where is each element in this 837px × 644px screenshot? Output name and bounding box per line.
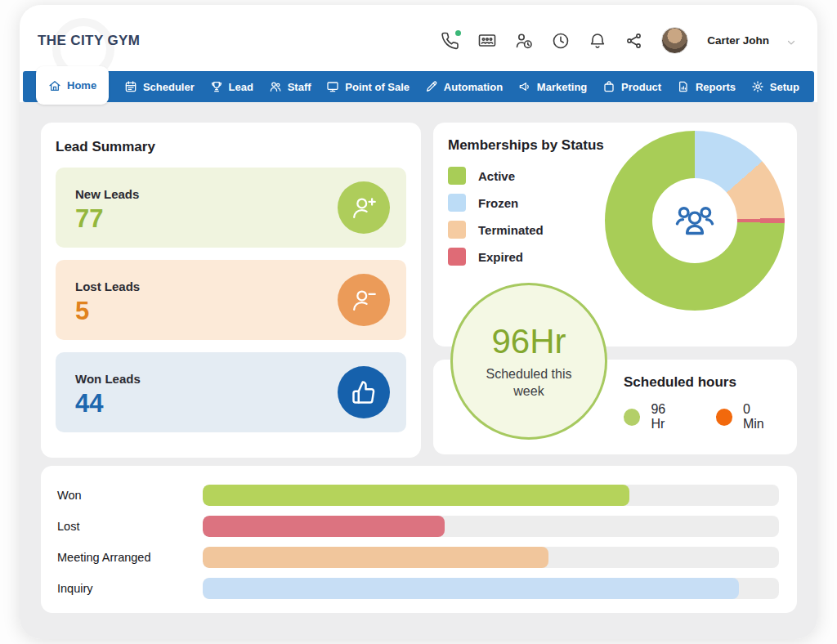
- lost-bar: [203, 516, 445, 537]
- thumbs-up-icon: [338, 366, 390, 418]
- frozen-swatch: [448, 194, 466, 212]
- tab-setup[interactable]: Setup: [751, 80, 799, 93]
- scheduled-week-value: 96Hr: [491, 322, 566, 361]
- package-icon: [602, 80, 615, 93]
- memberships-donut: [605, 131, 785, 311]
- tab-scheduler[interactable]: Scheduler: [124, 80, 195, 93]
- inquiry-bar-track: [203, 578, 779, 599]
- active-swatch: [448, 167, 466, 185]
- header: THE CITY GYM Carter John: [20, 5, 817, 71]
- meeting-arranged-bar-track: [203, 547, 779, 568]
- tab-reports[interactable]: Reports: [677, 80, 736, 93]
- pencil-icon: [425, 80, 438, 93]
- user-clock-icon[interactable]: [514, 31, 534, 51]
- brand-logo: THE CITY GYM: [38, 33, 140, 49]
- scheduled-hours-title: Scheduled hours: [624, 374, 797, 391]
- tab-marketing[interactable]: Marketing: [518, 80, 587, 93]
- lost-leads-tile[interactable]: Lost Leads 5: [56, 260, 406, 340]
- home-icon: [48, 79, 61, 92]
- won-bar: [203, 485, 629, 506]
- bar-row-won: Won: [57, 480, 779, 511]
- online-status-dot: [455, 30, 461, 36]
- megaphone-icon: [518, 80, 531, 93]
- tab-point-of-sale[interactable]: Point of Sale: [326, 80, 410, 93]
- main-nav: Home Scheduler Lead Staff Point of Sale …: [23, 71, 814, 102]
- person-minus-icon: [338, 274, 390, 326]
- minutes-dot: [716, 409, 732, 426]
- clock-icon[interactable]: [551, 31, 571, 51]
- people-icon: [269, 80, 282, 93]
- bar-row-meeting-arranged: Meeting Arranged: [57, 542, 779, 573]
- legend-item-terminated: Terminated: [448, 221, 587, 239]
- expired-swatch: [448, 248, 466, 266]
- tab-staff[interactable]: Staff: [269, 80, 311, 93]
- report-icon: [677, 80, 690, 93]
- chevron-down-icon[interactable]: [786, 36, 796, 46]
- hours-dot: [624, 409, 640, 426]
- won-bar-track: [203, 485, 779, 506]
- lead-summary-card: Lead Summary New Leads 77 Lost Leads 5 W…: [41, 123, 421, 458]
- legend-item-expired: Expired: [448, 248, 587, 266]
- share-icon[interactable]: [624, 31, 644, 51]
- calendar-icon: [124, 80, 137, 93]
- lost-bar-track: [203, 516, 779, 537]
- header-actions: Carter John: [441, 27, 796, 54]
- bar-row-lost: Lost: [57, 511, 779, 542]
- content-area: Lead Summary New Leads 77 Lost Leads 5 W…: [20, 102, 817, 639]
- gear-icon: [751, 80, 764, 93]
- screen-people-icon[interactable]: [477, 31, 497, 51]
- person-plus-icon: [338, 181, 390, 234]
- tab-product[interactable]: Product: [602, 80, 661, 93]
- monitor-icon: [326, 80, 339, 93]
- scheduled-week-label: Scheduled this week: [472, 366, 586, 400]
- user-name[interactable]: Carter John: [707, 34, 769, 47]
- memberships-legend: Active Frozen Terminated Expired: [448, 167, 587, 266]
- new-leads-tile[interactable]: New Leads 77: [56, 168, 406, 248]
- tab-home[interactable]: Home: [36, 66, 109, 105]
- lead-summary-title: Lead Summary: [56, 139, 406, 155]
- app-window: THE CITY GYM Carter John: [20, 5, 817, 639]
- bar-row-inquiry: Inquiry: [57, 573, 779, 604]
- phone-icon[interactable]: [441, 31, 460, 51]
- terminated-swatch: [448, 221, 466, 239]
- avatar[interactable]: [661, 27, 688, 54]
- trophy-icon: [210, 80, 223, 93]
- people-group-icon: [652, 178, 737, 263]
- tab-lead[interactable]: Lead: [210, 80, 253, 93]
- bell-icon[interactable]: [588, 31, 607, 51]
- meeting-arranged-bar: [203, 547, 548, 568]
- scheduled-hours-legend: 96 Hr 0 Min: [624, 402, 797, 432]
- legend-item-frozen: Frozen: [448, 194, 587, 212]
- lead-pipeline-card: Won Lost Meeting Arranged Inquiry: [41, 466, 797, 613]
- legend-item-active: Active: [448, 167, 587, 185]
- scheduled-week-badge: 96Hr Scheduled this week: [450, 283, 607, 440]
- inquiry-bar: [203, 578, 739, 599]
- won-leads-tile[interactable]: Won Leads 44: [56, 352, 406, 432]
- tab-automation[interactable]: Automation: [425, 80, 503, 93]
